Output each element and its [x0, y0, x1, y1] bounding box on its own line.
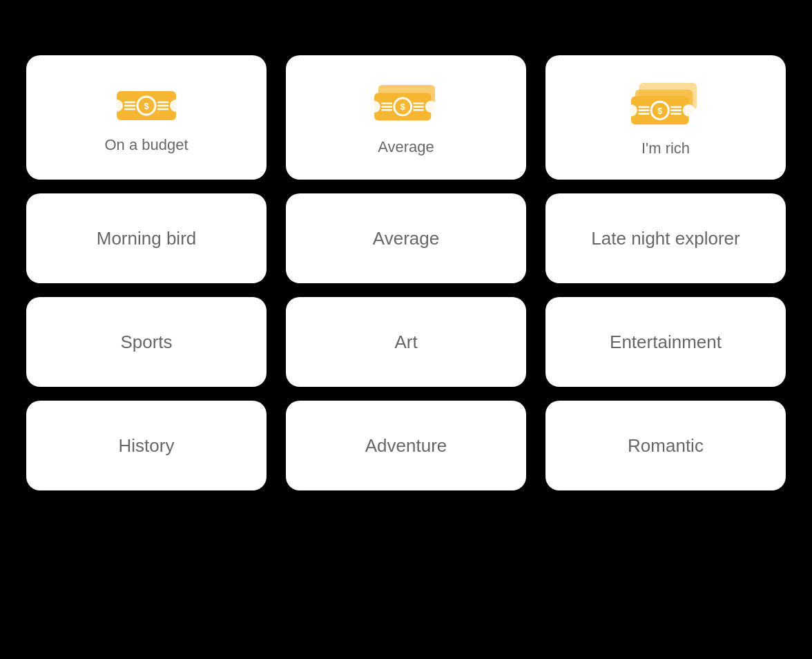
money-double-icon: $: [371, 84, 441, 128]
card-label: History: [119, 435, 175, 457]
card-on-a-budget[interactable]: $ On a budget: [26, 55, 267, 180]
card-art[interactable]: Art: [286, 297, 526, 387]
card-label: I'm rich: [641, 140, 690, 157]
card-adventure[interactable]: Adventure: [286, 401, 526, 490]
money-stack-icon: $: [630, 82, 702, 130]
card-romantic[interactable]: Romantic: [545, 401, 786, 490]
card-label: Average: [373, 228, 439, 249]
card-label: Entertainment: [610, 332, 722, 353]
card-label: Art: [394, 332, 417, 353]
card-label: Sports: [120, 332, 172, 353]
svg-text:$: $: [144, 101, 149, 111]
svg-text:$: $: [657, 106, 662, 116]
card-entertainment[interactable]: Entertainment: [545, 297, 786, 387]
card-label: Average: [378, 138, 434, 156]
card-im-rich[interactable]: $ I'm rich: [545, 55, 786, 180]
card-label: Adventure: [365, 435, 447, 457]
options-grid: $ On a budget: [26, 55, 786, 490]
money-single-icon: $: [115, 85, 177, 126]
card-sports[interactable]: Sports: [26, 297, 267, 387]
svg-text:$: $: [400, 102, 405, 112]
card-label: Late night explorer: [591, 228, 740, 249]
card-late-night-explorer[interactable]: Late night explorer: [545, 193, 786, 283]
svg-point-15: [425, 100, 437, 112]
card-label: On a budget: [104, 136, 188, 154]
card-label: Morning bird: [97, 228, 197, 249]
card-label: Romantic: [628, 435, 704, 457]
card-history[interactable]: History: [26, 401, 267, 490]
card-average-budget[interactable]: $ Average: [286, 55, 526, 180]
svg-point-29: [682, 104, 695, 117]
card-morning-bird[interactable]: Morning bird: [26, 193, 267, 283]
card-average-time[interactable]: Average: [286, 193, 526, 283]
